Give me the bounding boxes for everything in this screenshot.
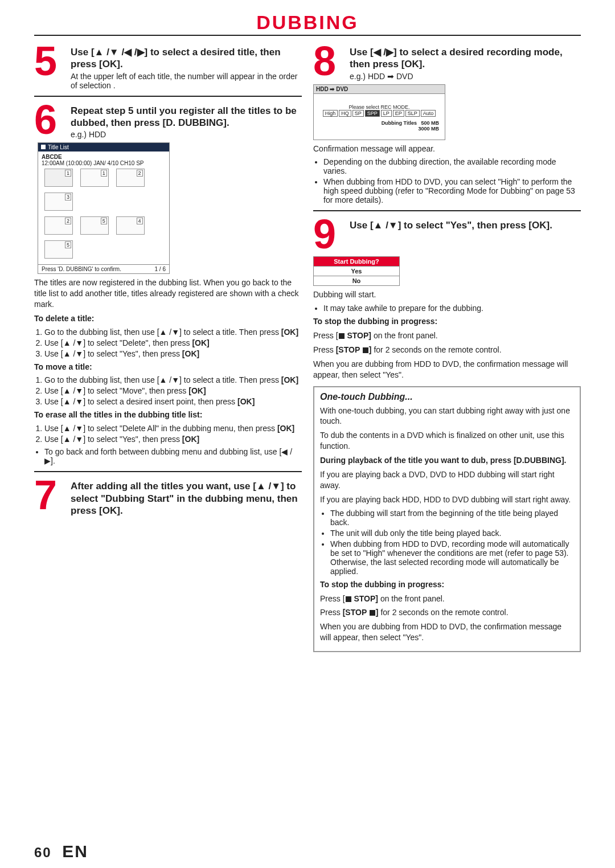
- one-p2: To dub the contents in a DVD which is fi…: [320, 430, 574, 452]
- dialog-header: Start Dubbing?: [314, 257, 399, 266]
- one-p3: If you are playing back a DVD, DVD to HD…: [320, 469, 574, 491]
- step6-eg: e.g.) HDD: [71, 130, 302, 139]
- rec-mode-panel: HDD ➡ DVD Please select REC MODE. HighHQ…: [313, 84, 445, 140]
- stop-icon: [370, 610, 375, 616]
- one-stop-h: To stop the dubbing in progress:: [320, 579, 574, 590]
- page-title: DUBBING: [34, 11, 581, 34]
- step7-heading: After adding all the titles you want, us…: [71, 480, 302, 517]
- step8-heading: Use [◀ /▶] to select a desired recording…: [350, 46, 581, 71]
- title-cell[interactable]: 5: [80, 216, 109, 235]
- left-column: 5 Use [▲ /▼ /◀ /▶] to select a desired t…: [34, 43, 302, 652]
- stop-heading: To stop the dubbing in progress:: [313, 316, 581, 327]
- dubbing-size: Dubbing Titles 500 MB3000 MB: [314, 119, 445, 140]
- step-number: 8: [313, 43, 345, 81]
- mode-lp[interactable]: LP: [381, 110, 392, 117]
- mode-ep[interactable]: EP: [393, 110, 404, 117]
- title-cell[interactable]: 1: [80, 169, 109, 187]
- page-footer: 60 EN: [34, 842, 88, 861]
- title-cell[interactable]: 5: [44, 240, 73, 259]
- title-list-footer-left: Press 'D. DUBBING' to confirm.: [42, 266, 121, 272]
- move-heading: To move a title:: [34, 362, 302, 372]
- mode-sp[interactable]: SP: [352, 110, 364, 117]
- title-cell[interactable]: 1: [44, 169, 73, 187]
- mode-hq[interactable]: HQ: [339, 110, 351, 117]
- step-5: 5 Use [▲ /▼ /◀ /▶] to select a desired t…: [34, 43, 302, 90]
- one-p4: If you are playing back HDD, HDD to DVD …: [320, 494, 574, 505]
- rec-mode-options: HighHQSPSPPLPEPSLPAuto: [317, 110, 441, 117]
- step-number: 5: [34, 43, 66, 90]
- one-stop1: Press [ STOP] on the front panel.: [320, 593, 574, 604]
- stop-line3: When you are dubbing from HDD to DVD, th…: [313, 359, 581, 380]
- stop-line2: Press [STOP ] for 2 seconds on the remot…: [313, 345, 581, 355]
- stop-icon: [339, 333, 345, 339]
- title-cell[interactable]: 2: [116, 169, 145, 187]
- mode-spp[interactable]: SPP: [365, 110, 380, 117]
- right-column: 8 Use [◀ /▶] to select a desired recordi…: [313, 43, 581, 652]
- step5-heading: Use [▲ /▼ /◀ /▶] to select a desired tit…: [71, 46, 302, 71]
- rec-mode-prompt: Please select REC MODE.: [317, 104, 441, 110]
- delete-steps: Go to the dubbing list, then use [▲ /▼] …: [34, 327, 302, 358]
- erase-heading: To erase all the titles in the dubbing t…: [34, 410, 302, 420]
- stop-icon: [346, 596, 351, 602]
- step8-after: Confirmation message will appear.: [313, 144, 581, 154]
- erase-steps: Use [▲ /▼] to select "Delete All" in the…: [34, 424, 302, 444]
- one-stop3: When you are dubbing from HDD to DVD, th…: [320, 621, 574, 643]
- title-list-header: Title List: [38, 143, 169, 152]
- title-list-footer-right: 1 / 6: [155, 266, 166, 272]
- one-p1: With one-touch dubbing, you can start du…: [320, 406, 574, 427]
- back-forth-note: To go back and forth between dubbing men…: [34, 447, 302, 465]
- dialog-no[interactable]: No: [314, 276, 399, 285]
- mode-auto[interactable]: Auto: [421, 110, 436, 117]
- title-cell[interactable]: 2: [44, 216, 73, 235]
- step-7: 7 After adding all the titles you want, …: [34, 471, 302, 517]
- step9-after: Dubbing will start.: [313, 289, 581, 300]
- rec-mode-header: HDD ➡ DVD: [314, 85, 445, 94]
- title-cell[interactable]: 4: [116, 216, 145, 235]
- svg-rect-0: [41, 145, 46, 149]
- one-touch-box: One-touch Dubbing... With one-touch dubb…: [313, 386, 581, 653]
- step-6: 6 Repeat step 5 until you register all t…: [34, 96, 302, 466]
- stop-icon: [363, 347, 368, 353]
- title-cell[interactable]: 3: [44, 193, 73, 211]
- step6-after: The titles are now registered in the dub…: [34, 277, 302, 310]
- step-number: 6: [34, 101, 66, 140]
- step-8: 8 Use [◀ /▶] to select a desired recordi…: [313, 43, 581, 204]
- move-steps: Go to the dubbing list, then use [▲ /▼] …: [34, 375, 302, 406]
- dialog-yes[interactable]: Yes: [314, 266, 399, 276]
- step6-heading: Repeat step 5 until you register all the…: [71, 105, 302, 129]
- step5-sub: At the upper left of each title, the num…: [71, 72, 302, 90]
- delete-heading: To delete a title:: [34, 313, 302, 324]
- one-h1: During playback of the title you want to…: [320, 455, 574, 466]
- one-stop2: Press [STOP ] for 2 seconds on the remot…: [320, 607, 574, 618]
- step-number: 7: [34, 477, 66, 517]
- title-list-panel: Title List ABCDE 12:00AM (10:00:00) JAN/…: [38, 142, 170, 274]
- step8-eg: e.g.) HDD ➡ DVD: [350, 72, 581, 81]
- mode-slp[interactable]: SLP: [405, 110, 420, 117]
- header-rule: [34, 35, 581, 36]
- one-bullets: The dubbing will start from the beginnin…: [320, 509, 574, 576]
- title-meta1: ABCDE: [42, 154, 166, 160]
- one-touch-title: One-touch Dubbing...: [320, 392, 574, 402]
- step8-bullets: Depending on the dubbing direction, the …: [313, 157, 581, 204]
- start-dubbing-dialog: Start Dubbing? Yes No: [313, 256, 400, 286]
- step9-heading: Use [▲ /▼] to select "Yes", then press […: [350, 219, 552, 231]
- title-meta2: 12:00AM (10:00:00) JAN/ 4/10 CH10 SP: [42, 160, 166, 166]
- mode-high[interactable]: High: [323, 110, 338, 117]
- step-number: 9: [313, 216, 345, 253]
- step-9: 9 Use [▲ /▼] to select "Yes", then press…: [313, 210, 581, 380]
- stop-line1: Press [ STOP] on the front panel.: [313, 330, 581, 341]
- step9-bullets: It may take awhile to prepare for the du…: [313, 304, 581, 313]
